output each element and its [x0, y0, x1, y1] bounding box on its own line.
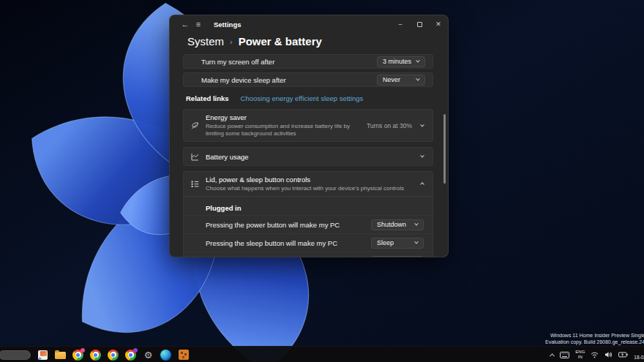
device-sleep-row: Make my device sleep after Never	[183, 72, 433, 87]
energy-saver-card[interactable]: Energy saver Reduce power consumption an…	[183, 109, 433, 142]
language-indicator[interactable]: ENG IN	[575, 350, 585, 360]
chevron-down-icon	[416, 77, 420, 81]
taskbar: ⚙ ENG IN	[0, 346, 644, 362]
search-box[interactable]	[0, 350, 31, 360]
screen-off-dropdown[interactable]: 3 minutes	[377, 56, 425, 67]
energy-sleep-settings-link[interactable]: Choosing energy efficient sleep settings	[241, 94, 364, 102]
breadcrumb-page: Power & battery	[239, 35, 322, 48]
scrollbar-thumb[interactable]	[443, 114, 446, 184]
breadcrumb-section[interactable]: System	[187, 35, 224, 48]
chevron-down-icon[interactable]	[420, 122, 424, 127]
wifi-icon[interactable]	[591, 352, 599, 358]
setting-label: Pressing the sleep button will make my P…	[206, 239, 371, 247]
desktop: ← ≡ Settings – ✕ System › Power & batter…	[0, 0, 644, 362]
settings-content: Turn my screen off after 3 minutes Make …	[170, 53, 448, 257]
related-links-label: Related links	[186, 94, 229, 102]
sleep-button-dropdown[interactable]: Sleep	[371, 238, 424, 249]
plugged-in-label: Plugged in	[184, 204, 433, 212]
energy-saver-leaf-icon	[188, 121, 201, 130]
chevron-down-icon	[414, 222, 419, 226]
watermark-line-2: Evaluation copy. Build 26080.ge_release.…	[545, 339, 644, 344]
sleep-button-row: Pressing the sleep button will make my P…	[184, 233, 433, 252]
watermark-line-1: Windows 11 Home Insider Preview Single L…	[550, 333, 644, 338]
chrome-icon-profile-2[interactable]	[90, 350, 101, 361]
profile-badge	[133, 348, 138, 352]
battery-usage-chart-icon	[188, 152, 201, 162]
device-sleep-dropdown[interactable]: Never	[377, 75, 425, 86]
battery-icon[interactable]	[618, 352, 628, 358]
energy-saver-description: Reduce power consumption and increase ba…	[206, 123, 361, 137]
maximize-icon	[417, 22, 422, 27]
screen-off-row: Turn my screen off after 3 minutes	[183, 54, 433, 69]
setting-label: Pressing the power button will make my P…	[206, 221, 371, 229]
breadcrumb: System › Power & battery	[170, 33, 448, 53]
lid-controls-description: Choose what happens when you interact wi…	[206, 185, 415, 192]
settings-gear-icon[interactable]: ⚙	[143, 350, 154, 361]
energy-saver-status: Turns on at 30%	[367, 122, 412, 129]
clock[interactable]: 23:4 18-03-202	[634, 349, 644, 361]
energy-saver-title: Energy saver	[206, 113, 361, 121]
profile-badge	[80, 348, 85, 352]
minimize-button[interactable]: –	[391, 15, 410, 33]
chrome-icon-profile-3[interactable]	[108, 350, 119, 361]
setting-label: Closing the lid will make my PC	[206, 257, 371, 258]
system-tray: ENG IN	[550, 347, 644, 362]
settings-window: ← ≡ Settings – ✕ System › Power & batter…	[169, 15, 449, 257]
maximize-button[interactable]	[410, 15, 429, 33]
setting-label: Turn my screen off after	[201, 58, 377, 66]
clock-date: 18-03-202	[634, 355, 644, 361]
chevron-down-icon[interactable]	[420, 154, 424, 158]
menu-icon[interactable]: ≡	[192, 20, 205, 29]
lid-controls-body: Plugged in Pressing the power button wil…	[184, 204, 433, 257]
hidden-icons-chevron[interactable]	[550, 353, 555, 358]
window-titlebar: ← ≡ Settings – ✕	[170, 15, 448, 33]
clock-time: 23:4	[634, 349, 644, 355]
close-lid-row: Closing the lid will make my PC Sleep	[184, 252, 433, 257]
taskbar-pinned-apps: ⚙	[0, 347, 189, 362]
breadcrumb-separator: ›	[230, 37, 233, 46]
related-links-row: Related links Choosing energy efficient …	[183, 94, 433, 102]
setting-label: Make my device sleep after	[201, 76, 377, 84]
close-lid-dropdown[interactable]: Sleep	[371, 256, 424, 258]
power-button-row: Pressing the power button will make my P…	[184, 215, 433, 233]
battery-usage-title: Battery usage	[206, 153, 415, 161]
power-button-dropdown[interactable]: Shutdown	[371, 219, 424, 230]
window-title: Settings	[214, 20, 241, 29]
pixel-art-app-icon[interactable]	[178, 350, 189, 361]
volume-icon[interactable]	[604, 351, 613, 358]
back-icon[interactable]: ←	[179, 20, 192, 29]
chrome-icon-profile-1[interactable]	[72, 350, 83, 361]
chevron-down-icon	[414, 240, 419, 244]
chevron-up-icon[interactable]	[420, 182, 424, 186]
controls-list-icon	[188, 179, 201, 189]
chevron-down-icon	[416, 59, 420, 63]
edge-icon[interactable]	[160, 350, 171, 361]
lid-controls-title: Lid, power & sleep button controls	[206, 176, 415, 184]
touch-keyboard-icon[interactable]	[560, 352, 569, 358]
pinned-app-icon[interactable]	[37, 350, 48, 361]
file-explorer-icon[interactable]	[55, 350, 66, 361]
chrome-icon-profile-4[interactable]	[125, 350, 136, 361]
close-button[interactable]: ✕	[429, 15, 448, 33]
lid-controls-card[interactable]: Lid, power & sleep button controls Choos…	[183, 171, 433, 257]
battery-usage-card[interactable]: Battery usage	[183, 147, 433, 166]
